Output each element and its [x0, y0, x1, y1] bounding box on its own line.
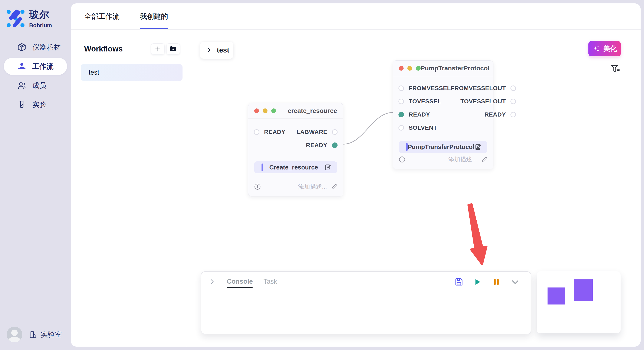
- port-in-ready[interactable]: READY: [254, 127, 286, 137]
- port-label: LABWARE: [296, 129, 327, 136]
- sidebar: 玻尔 Bohrium 仪器耗材 工作流 成员: [0, 0, 71, 350]
- sidebar-item-workflows[interactable]: 工作流: [4, 58, 67, 75]
- pause-icon: [492, 278, 501, 286]
- sidebar-nav: 仪器耗材 工作流 成员 实验: [0, 38, 71, 114]
- user-avatar[interactable]: [6, 327, 22, 342]
- building-icon: [29, 330, 37, 339]
- sidebar-item-label: 实验: [32, 100, 46, 110]
- collapse-panel-button[interactable]: [510, 277, 520, 287]
- pencil-icon: [331, 183, 338, 190]
- description-placeholder: 添加描述...: [298, 183, 327, 191]
- workflows-panel: Workflows test: [71, 30, 186, 347]
- port-circle[interactable]: [510, 99, 516, 104]
- members-icon: [17, 81, 26, 90]
- save-icon: [454, 277, 464, 287]
- sidebar-item-label: 成员: [32, 81, 46, 90]
- pause-button[interactable]: [492, 277, 501, 287]
- red-arrow-annotation: [468, 204, 486, 265]
- play-icon: [473, 278, 482, 286]
- port-circle[interactable]: [510, 112, 516, 117]
- info-icon[interactable]: [254, 183, 261, 190]
- info-icon[interactable]: [398, 156, 406, 163]
- app-subtitle: Bohrium: [29, 22, 52, 29]
- node-action-pill[interactable]: Create_resource: [254, 161, 337, 173]
- port-out-tovesselout[interactable]: TOVESSELOUT: [451, 97, 516, 106]
- port-circle[interactable]: [254, 129, 260, 135]
- port-out-labware[interactable]: LABWARE: [296, 127, 338, 137]
- dot-yellow: [408, 66, 412, 71]
- save-button[interactable]: [454, 277, 464, 287]
- description-placeholder: 添加描述...: [448, 156, 477, 164]
- port-label: READY: [264, 129, 286, 136]
- node-title: PumpTransferProtocol: [420, 65, 490, 72]
- dot-red: [399, 66, 404, 71]
- chevron-right-icon: [206, 47, 212, 53]
- port-label: SOLVENT: [409, 124, 437, 131]
- beautify-label: 美化: [603, 44, 617, 53]
- traffic-light-dots: [254, 108, 276, 113]
- add-description[interactable]: 添加描述...: [298, 183, 338, 191]
- package-icon: [17, 42, 26, 52]
- port-label: READY: [409, 111, 430, 118]
- app-logo: 玻尔 Bohrium: [0, 0, 71, 29]
- edit-icon[interactable]: [324, 164, 332, 171]
- workflow-list-item-test[interactable]: test: [81, 64, 182, 81]
- sidebar-item-members[interactable]: 成员: [4, 76, 67, 95]
- pill-label: Create_resource: [263, 164, 324, 171]
- tab-my-created[interactable]: 我创建的: [140, 3, 168, 29]
- port-in-ready[interactable]: READY: [398, 110, 451, 119]
- port-label: FROMVESSELOUT: [451, 85, 506, 92]
- edit-icon[interactable]: [474, 143, 482, 151]
- breadcrumb[interactable]: test: [200, 42, 234, 59]
- port-out-ready[interactable]: READY: [451, 110, 516, 119]
- workflows-panel-title: Workflows: [84, 44, 123, 53]
- port-label: TOVESSEL: [409, 98, 441, 105]
- port-circle[interactable]: [398, 99, 404, 104]
- app-title: 玻尔: [29, 8, 52, 21]
- port-circle[interactable]: [332, 143, 338, 148]
- node-action-pill[interactable]: PumpTransferProtocol: [399, 141, 487, 153]
- pill-accent-bar: [406, 143, 408, 151]
- dot-red: [254, 108, 259, 113]
- run-button[interactable]: [473, 277, 482, 287]
- node-header: PumpTransferProtocol: [393, 61, 493, 76]
- sidebar-item-experiments[interactable]: 实验: [4, 95, 67, 114]
- dot-yellow: [263, 108, 268, 113]
- filter-icon[interactable]: [610, 63, 621, 75]
- node-create-resource[interactable]: create_resource READY LABWARE READY: [248, 103, 343, 196]
- tab-all-workflows[interactable]: 全部工作流: [84, 3, 120, 29]
- minimap-node: [574, 279, 593, 301]
- add-description[interactable]: 添加描述...: [448, 156, 488, 164]
- port-circle[interactable]: [398, 125, 404, 131]
- port-in-fromvessel[interactable]: FROMVESSEL: [398, 84, 451, 93]
- experiment-icon: [17, 100, 26, 109]
- port-out-ready[interactable]: READY: [296, 141, 338, 150]
- import-workflow-button[interactable]: [166, 43, 180, 54]
- tab-task[interactable]: Task: [264, 278, 277, 288]
- port-in-solvent[interactable]: SOLVENT: [398, 123, 451, 133]
- console-collapse-icon[interactable]: [208, 278, 216, 285]
- workflow-icon: [17, 62, 26, 71]
- port-label: FROMVESSEL: [409, 85, 451, 92]
- node-pump-transfer-protocol[interactable]: PumpTransferProtocol FROMVESSEL TOVESSEL…: [393, 60, 494, 169]
- main-content: 全部工作流 我创建的 Workflows test: [71, 3, 640, 347]
- node-header: create_resource: [248, 103, 343, 119]
- pill-accent-bar: [262, 164, 263, 171]
- lab-switcher[interactable]: 实验室: [29, 330, 62, 339]
- workflow-tabbar: 全部工作流 我创建的: [71, 3, 640, 30]
- pencil-icon: [481, 156, 488, 163]
- breadcrumb-label: test: [217, 46, 229, 54]
- sidebar-item-consumables[interactable]: 仪器耗材: [4, 38, 67, 57]
- port-circle[interactable]: [398, 85, 404, 91]
- tab-console[interactable]: Console: [227, 278, 253, 288]
- port-circle[interactable]: [510, 85, 516, 91]
- port-circle[interactable]: [332, 129, 338, 135]
- minimap[interactable]: [537, 271, 620, 334]
- port-in-tovessel[interactable]: TOVESSEL: [398, 97, 451, 106]
- add-workflow-button[interactable]: [151, 43, 164, 54]
- beautify-button[interactable]: 美化: [588, 41, 621, 56]
- port-out-fromvesselout[interactable]: FROMVESSELOUT: [451, 84, 516, 93]
- dot-green: [416, 66, 420, 71]
- port-circle[interactable]: [398, 112, 404, 117]
- dot-green: [271, 108, 276, 113]
